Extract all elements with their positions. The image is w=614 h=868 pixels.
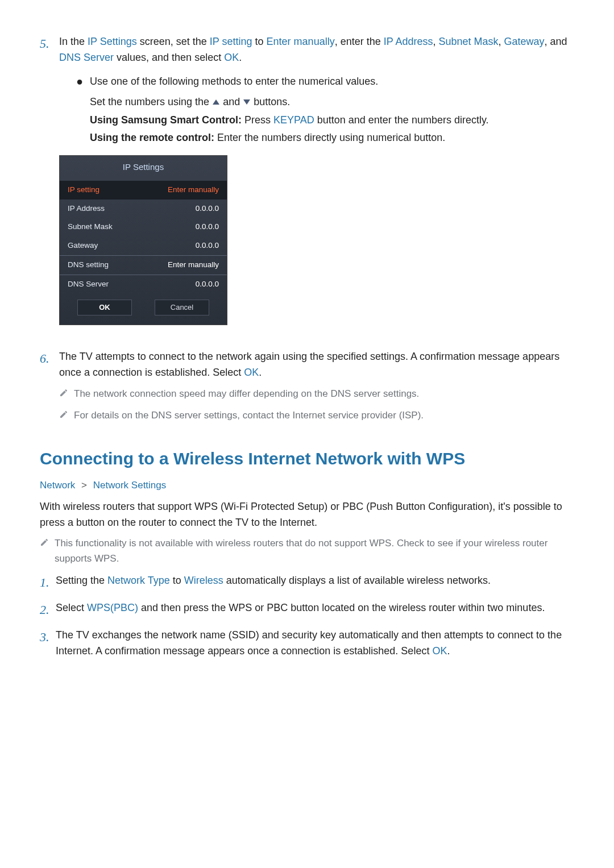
bullet-text: Use one of the following methods to ente… [90,74,378,90]
arrow-up-icon [213,99,219,105]
step-6-body: The TV attempts to connect to the networ… [59,349,574,427]
text: Select [56,602,87,613]
text: , [499,36,504,47]
keyword-ok: OK [224,52,239,63]
note-dns-speed: The network connection speed may differ … [59,387,574,402]
step-6: 6. The TV attempts to connect to the net… [40,349,574,427]
panel-label: Subnet Mask [68,221,113,233]
ok-button[interactable]: OK [77,300,132,315]
pencil-icon [59,387,74,402]
text: Set the numbers using the [90,96,212,107]
wps-step-1-body: Setting the Network Type to Wireless aut… [56,573,574,589]
wps-intro: With wireless routers that support WPS (… [40,499,574,531]
pencil-icon [59,408,74,424]
subline-samsung-smart-control: Using Samsung Smart Control: Press KEYPA… [90,113,574,128]
bullet-dot-icon: ● [76,74,90,90]
text: Press [242,114,273,126]
breadcrumb-network-settings: Network Settings [93,480,167,491]
step-5-sublines: Set the numbers using the and buttons. U… [90,94,574,147]
text: to [170,575,184,586]
step-5: 5. In the IP Settings screen, set the IP… [40,34,574,338]
step-number: 3. [40,628,56,647]
panel-value: Enter manually [168,184,219,196]
keyword-wps-pbc: WPS(PBC) [87,602,138,613]
step-5-text: In the IP Settings screen, set the IP se… [59,34,574,66]
arrow-down-icon [243,99,250,105]
keyword-ok: OK [244,367,259,378]
keyword-keypad: KEYPAD [273,114,314,126]
wps-step-3-body: The TV exchanges the network name (SSID)… [56,628,574,659]
step-number: 2. [40,600,56,620]
wps-step-2-body: Select WPS(PBC) and then press the WPS o… [56,600,574,616]
text: The TV exchanges the network name (SSID)… [56,629,562,657]
panel-value: 0.0.0.0 [196,221,219,233]
note-dns-isp: For details on the DNS server settings, … [59,408,574,424]
keyword-dns-server: DNS Server [59,52,114,63]
text: values, and then select [114,52,224,63]
step-6-text: The TV attempts to connect to the networ… [59,349,574,381]
keyword-gateway: Gateway [504,36,545,47]
cancel-button[interactable]: Cancel [155,300,209,315]
keyword-ip-setting: IP setting [210,36,252,47]
section-heading-wps: Connecting to a Wireless Internet Networ… [40,448,574,470]
label-remote-control: Using the remote control: [90,132,214,143]
text: button and enter the numbers directly. [314,114,489,126]
panel-row-dns-setting[interactable]: DNS setting Enter manually [60,256,227,275]
panel-value: 0.0.0.0 [196,279,219,290]
panel-buttons: OK Cancel [60,294,227,317]
text: to [252,36,267,47]
panel-value: Enter manually [168,259,219,271]
text: . [447,645,450,657]
panel-value: 0.0.0.0 [196,240,219,252]
panel-label: Gateway [68,240,98,252]
text: screen, set the [137,36,210,47]
keyword-wireless: Wireless [184,575,223,586]
text: The TV attempts to connect to the networ… [59,351,559,378]
label-smart-control: Using Samsung Smart Control: [90,114,242,126]
panel-label: DNS Server [68,279,109,290]
panel-title: IP Settings [60,156,227,180]
text: In the [59,36,88,47]
step-5-bullet: ● Use one of the following methods to en… [76,74,574,90]
wps-step-3: 3. The TV exchanges the network name (SS… [40,628,574,659]
text: buttons. [251,96,290,107]
panel-label: IP Address [68,203,105,215]
pencil-icon [40,536,55,566]
wps-step-1: 1. Setting the Network Type to Wireless … [40,573,574,592]
text: automatically displays a list of availab… [223,575,491,586]
panel-value: 0.0.0.0 [196,203,219,215]
panel-row-dns-server[interactable]: DNS Server 0.0.0.0 [60,275,227,294]
keyword-ip-settings: IP Settings [88,36,137,47]
note-text: For details on the DNS server settings, … [74,408,574,424]
note-text: The network connection speed may differ … [74,387,574,402]
panel-row-ip-setting[interactable]: IP setting Enter manually [60,181,227,200]
text: Enter the numbers directly using numeric… [214,132,445,143]
breadcrumb-network: Network [40,480,75,491]
subline-remote-control: Using the remote control: Enter the numb… [90,130,574,146]
keyword-network-type: Network Type [107,575,170,586]
subline-arrows: Set the numbers using the and buttons. [90,94,574,110]
text: , and [545,36,567,47]
step-number: 6. [40,349,59,368]
keyword-enter-manually: Enter manually [267,36,335,47]
panel-row-subnet-mask[interactable]: Subnet Mask 0.0.0.0 [60,218,227,236]
panel-label: DNS setting [68,259,109,271]
note-wps-availability: This functionality is not available with… [40,536,574,566]
ip-settings-panel: IP Settings IP setting Enter manually IP… [59,155,227,325]
step-5-body: In the IP Settings screen, set the IP se… [59,34,574,338]
text: , [433,36,438,47]
text: Setting the [56,575,107,586]
wps-step-2: 2. Select WPS(PBC) and then press the WP… [40,600,574,620]
breadcrumb: Network > Network Settings [40,478,574,493]
keyword-subnet-mask: Subnet Mask [438,36,498,47]
panel-label: IP setting [68,184,99,196]
wps-steps: 1. Setting the Network Type to Wireless … [40,573,574,659]
keyword-ip-address: IP Address [384,36,433,47]
text: , enter the [335,36,384,47]
keyword-ok: OK [432,645,447,657]
panel-row-gateway[interactable]: Gateway 0.0.0.0 [60,236,227,255]
panel-row-ip-address[interactable]: IP Address 0.0.0.0 [60,200,227,218]
text: . [239,52,242,63]
text: . [259,367,262,378]
step-number: 1. [40,573,56,592]
